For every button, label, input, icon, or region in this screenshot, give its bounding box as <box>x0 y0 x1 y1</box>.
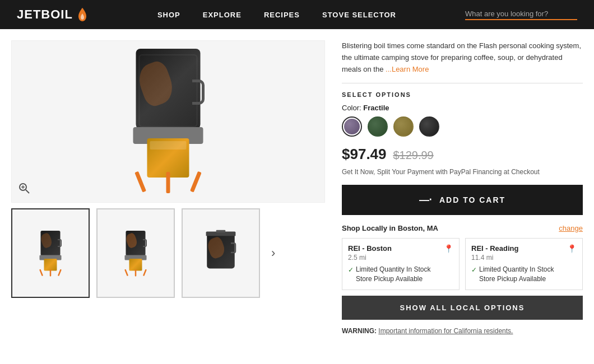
store-2-status-line2: Store Pickup Available <box>479 275 546 283</box>
store-1-status-line2: Store Pickup Available <box>356 275 423 283</box>
main-product-image <box>11 40 325 203</box>
thumbnail-2[interactable] <box>96 208 175 298</box>
site-header: JETBOIL SHOP EXPLORE RECIPES STOVE SELEC… <box>0 0 594 29</box>
canister-label <box>150 141 187 150</box>
local-stores: REI - Boston 2.5 mi 📍 ✓ Limited Quantity… <box>342 238 583 290</box>
shop-local-section: Shop Locally in Boston, MA change REI - … <box>342 224 583 335</box>
color-swatch-black[interactable] <box>419 116 439 137</box>
leg-center <box>166 172 170 193</box>
change-location-link[interactable]: change <box>559 224 583 232</box>
stove-legs <box>129 172 207 194</box>
color-swatch-fractile[interactable] <box>342 116 362 137</box>
warning-text: WARNING: Important information for Calif… <box>342 326 583 336</box>
store-card-2: REI - Reading 11.4 mi 📍 ✓ Limited Quanti… <box>465 238 583 290</box>
thumbnail-strip: › <box>11 208 325 298</box>
main-content: › Blistering boil times come standard on… <box>0 29 594 353</box>
check-icon-1: ✓ <box>348 265 354 275</box>
color-label: Color: Fractile <box>342 104 583 112</box>
nav-recipes[interactable]: RECIPES <box>264 11 300 19</box>
thumb3-illustration <box>202 230 239 277</box>
store-2-status: ✓ Limited Quantity In StockStore Pickup … <box>471 265 577 284</box>
learn-more-link[interactable]: ...Learn More <box>386 65 429 73</box>
nav-shop[interactable]: SHOP <box>157 11 180 19</box>
search-input[interactable] <box>465 10 577 18</box>
thumbnail-3[interactable] <box>182 208 260 298</box>
thumbnail-1[interactable] <box>11 208 90 298</box>
svg-line-1 <box>26 190 29 193</box>
price-current: $97.49 <box>342 146 387 162</box>
select-options-title: SELECT OPTIONS <box>342 91 583 98</box>
thumbnail-next-arrow[interactable]: › <box>269 244 277 263</box>
store-1-pin-icon: 📍 <box>444 244 453 253</box>
add-to-cart-label: ADD TO CART <box>439 195 505 204</box>
store-card-1: REI - Boston 2.5 mi 📍 ✓ Limited Quantity… <box>342 238 460 290</box>
price-section: $97.49 $129.99 <box>342 146 583 163</box>
store-2-distance: 11.4 mi <box>471 254 577 262</box>
stove-illustration <box>112 49 224 194</box>
shop-local-header: Shop Locally in Boston, MA change <box>342 224 583 232</box>
product-description: Blistering boil times come standard on t… <box>342 40 583 75</box>
color-swatch-camo[interactable] <box>393 116 414 137</box>
logo-text: JETBOIL <box>17 7 73 22</box>
search-bar[interactable] <box>465 10 577 20</box>
color-swatches <box>342 116 583 137</box>
cart-icon: —‧ <box>419 194 431 206</box>
show-all-local-button[interactable]: SHOW ALL LOCAL OPTIONS <box>342 296 583 320</box>
logo-flame-icon <box>76 7 89 22</box>
paypal-text: Get It Now, Split Your Payment with PayP… <box>342 167 583 177</box>
logo[interactable]: JETBOIL <box>17 7 89 22</box>
stove-cup <box>136 49 201 130</box>
add-to-cart-button[interactable]: —‧ ADD TO CART <box>342 185 583 215</box>
nav-explore[interactable]: EXPLORE <box>203 11 242 19</box>
leg-left <box>134 171 146 193</box>
product-images: › <box>11 40 325 342</box>
warning-label: WARNING: <box>342 327 377 335</box>
leg-right <box>190 171 202 193</box>
cup-inner <box>139 54 198 127</box>
divider-1 <box>342 83 583 83</box>
store-2-pin-icon: 📍 <box>567 244 577 253</box>
shop-local-label: Shop Locally in Boston, MA <box>342 224 438 232</box>
store-1-status-line1: Limited Quantity In Stock <box>356 265 430 273</box>
store-2-status-line1: Limited Quantity In Stock <box>479 265 554 273</box>
price-original: $129.99 <box>393 149 433 161</box>
main-nav: SHOP EXPLORE RECIPES STOVE SELECTOR <box>111 11 443 19</box>
store-1-distance: 2.5 mi <box>348 254 453 262</box>
thumb1-illustration <box>34 231 67 276</box>
store-1-name: REI - Boston <box>348 244 453 253</box>
color-swatch-carbon[interactable] <box>368 116 388 137</box>
zoom-icon[interactable] <box>18 183 30 197</box>
check-icon-2: ✓ <box>471 265 477 275</box>
nav-stove-selector[interactable]: STOVE SELECTOR <box>322 11 396 19</box>
store-2-name: REI - Reading <box>471 244 577 253</box>
store-1-status: ✓ Limited Quantity In StockStore Pickup … <box>348 265 453 284</box>
warning-link[interactable]: Important information for California res… <box>378 327 513 335</box>
product-details: Blistering boil times come standard on t… <box>342 40 583 342</box>
thumb2-illustration <box>119 231 152 276</box>
cup-handle <box>192 80 205 105</box>
